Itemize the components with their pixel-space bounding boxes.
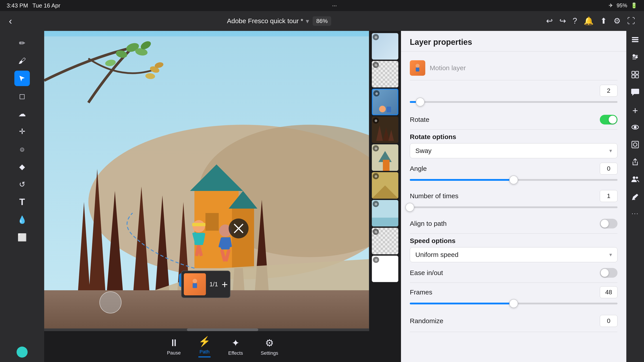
number-of-times-row: Number of times 1 — [410, 190, 618, 202]
frames-row: Frames 48 — [410, 286, 618, 298]
brush-tool-button[interactable]: ✏ — [14, 35, 30, 51]
text-tool-button[interactable]: T — [14, 194, 30, 210]
layer-thumb-1[interactable]: ⊕ — [372, 33, 398, 60]
number-slider-thumb[interactable] — [406, 203, 414, 212]
svg-rect-65 — [632, 75, 635, 78]
fullscreen-button[interactable]: ⛶ — [627, 16, 635, 25]
properties-panel-icon[interactable] — [631, 53, 640, 63]
mask-icon[interactable] — [631, 140, 640, 151]
svg-rect-53 — [372, 218, 398, 227]
rotate-options-section: Rotate options Sway ▾ — [410, 130, 618, 159]
zoom-level[interactable]: 86% — [312, 16, 331, 26]
rotate-options-chevron: ▾ — [609, 148, 612, 154]
settings-tab-label: Settings — [261, 350, 278, 356]
frame-strip: 1/1 + — [181, 271, 230, 298]
frame-thumbnail[interactable] — [184, 273, 206, 295]
angle-slider-track[interactable] — [410, 179, 618, 181]
top-slider-track[interactable] — [410, 101, 618, 103]
scrollbar-thumb[interactable] — [187, 329, 258, 331]
angle-slider-thumb[interactable] — [509, 175, 518, 184]
speed-options-dropdown[interactable]: Uniform speed ▾ — [410, 247, 618, 262]
frames-slider-track[interactable] — [410, 303, 618, 304]
fill-tool-button[interactable]: ◆ — [14, 159, 30, 174]
angle-slider-container — [410, 177, 618, 186]
redo-button[interactable]: ↪ — [560, 16, 566, 25]
back-button[interactable]: ‹ — [9, 15, 12, 26]
rotate-toggle[interactable] — [600, 115, 618, 124]
ease-in-out-toggle-knob — [601, 269, 609, 277]
top-slider-thumb[interactable] — [416, 98, 424, 106]
pause-icon: ⏸ — [169, 337, 179, 348]
number-slider-track[interactable] — [410, 206, 618, 208]
motion-layer-label: Motion layer — [430, 64, 466, 72]
layer-thumb-4[interactable]: ⊕ — [372, 117, 398, 143]
frames-section: Frames 48 — [410, 283, 618, 310]
rotate-toggle-knob — [609, 116, 616, 124]
transform-tool-button[interactable]: ✛ — [14, 124, 30, 139]
share-action-icon[interactable] — [631, 158, 640, 168]
grid-panel-icon[interactable] — [631, 70, 640, 81]
frames-value[interactable]: 48 — [600, 286, 618, 298]
layers-panel-icon[interactable] — [631, 35, 640, 46]
date: Tue 16 Apr — [32, 2, 60, 9]
canvas-scrollbar[interactable] — [44, 329, 401, 331]
frames-slider-fill — [410, 303, 514, 304]
doc-title[interactable]: Adobe Fresco quick tour * ▾ — [227, 17, 309, 25]
layer-thumb-5[interactable]: ⊕ — [372, 144, 398, 171]
erase-tool-button[interactable]: ◻ — [14, 88, 30, 104]
add-button-icon[interactable]: + — [632, 105, 638, 116]
rotate-options-dropdown[interactable]: Sway ▾ — [410, 143, 618, 158]
number-slider-container — [410, 204, 618, 213]
frames-slider-container — [410, 300, 618, 309]
frame-count: 1/1 — [210, 281, 218, 288]
help-button[interactable]: ? — [573, 16, 577, 25]
add-frame-button[interactable]: + — [222, 278, 228, 291]
angle-value[interactable]: 0 — [600, 163, 618, 175]
svg-rect-43 — [193, 283, 197, 288]
rotate-options-heading: Rotate options — [410, 128, 456, 142]
number-of-times-top-value[interactable]: 2 — [600, 85, 618, 97]
status-dots: ··· — [332, 2, 337, 9]
layer-thumb-2[interactable]: ⊕ — [372, 61, 398, 87]
randomize-value[interactable]: 0 — [600, 315, 618, 327]
lasso-tool-button[interactable]: ⌾ — [14, 141, 30, 157]
layer-thumb-9[interactable]: ⊕ — [372, 256, 398, 282]
settings-button[interactable]: ⚙ — [614, 16, 620, 25]
people-icon[interactable] — [631, 175, 640, 186]
frames-slider-thumb[interactable] — [509, 299, 518, 308]
smudge-tool-button[interactable]: ☁ — [14, 106, 30, 121]
layer-thumb-3[interactable]: ⊕ — [372, 89, 398, 115]
pen-edit-icon[interactable] — [631, 192, 640, 203]
svg-rect-64 — [636, 71, 638, 74]
notification-button[interactable]: 🔔 — [584, 16, 594, 25]
path-select-tool-button[interactable] — [14, 71, 30, 86]
svg-rect-57 — [632, 41, 638, 42]
color-swatch[interactable] — [16, 347, 28, 358]
undo-button[interactable]: ↩ — [546, 16, 553, 25]
path-tab-button[interactable]: ⚡ Path — [198, 336, 210, 357]
align-to-path-label: Align to path — [410, 220, 447, 227]
ease-in-out-toggle[interactable] — [600, 268, 618, 278]
align-to-path-row: Align to path — [410, 214, 618, 234]
layer-thumb-8[interactable]: ⊕ — [372, 228, 398, 254]
effects-tab-button[interactable]: ✦ Effects — [228, 337, 243, 356]
eyedropper-button[interactable]: 💧 — [14, 212, 30, 227]
layer-thumb-7[interactable]: ⊕ — [372, 200, 398, 227]
pause-button[interactable]: ⏸ Pause — [167, 337, 181, 356]
comments-icon[interactable] — [631, 88, 640, 98]
svg-rect-32 — [192, 223, 206, 226]
eye-visibility-icon[interactable] — [631, 123, 640, 134]
more-options-icon[interactable]: ··· — [632, 210, 639, 217]
photo-tool-button[interactable]: ⬜ — [14, 230, 30, 245]
layer-thumb-6[interactable]: ⊕ — [372, 172, 398, 199]
share-button[interactable]: ⬆ — [600, 16, 607, 25]
svg-point-71 — [633, 176, 636, 179]
number-of-times-value[interactable]: 1 — [600, 190, 618, 202]
ease-in-out-label: Ease in/out — [410, 269, 443, 277]
undo-stroke-button[interactable]: ↺ — [14, 177, 30, 192]
chevron-down-icon[interactable]: ▾ — [306, 17, 309, 25]
status-bar-left: 3:43 PM Tue 16 Apr — [7, 2, 60, 9]
paint-tool-button[interactable]: 🖌 — [14, 53, 30, 68]
settings-tab-button[interactable]: ⚙ Settings — [261, 337, 278, 356]
align-to-path-toggle[interactable] — [600, 219, 618, 228]
